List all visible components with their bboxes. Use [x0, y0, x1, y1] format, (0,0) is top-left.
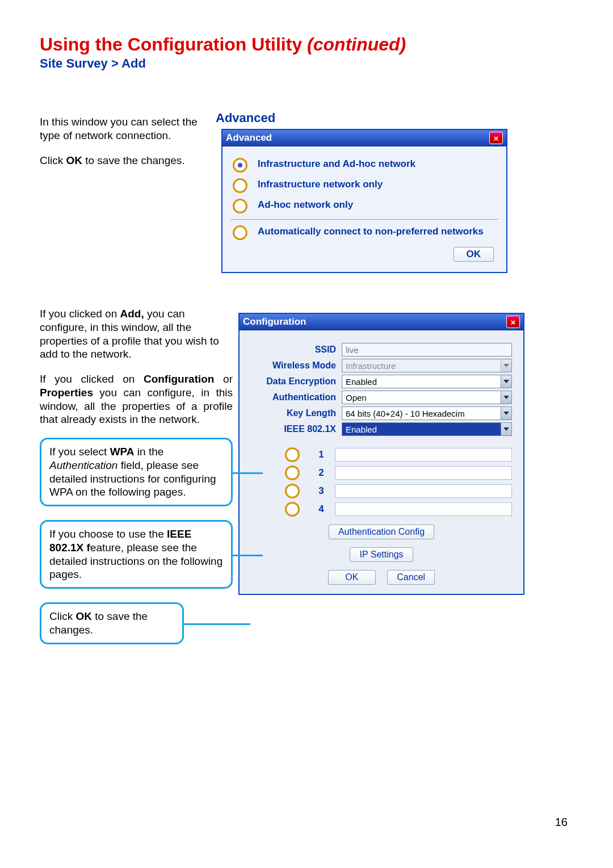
- key-row-3[interactable]: 3: [251, 484, 512, 498]
- auth-config-button[interactable]: Authentication Config: [329, 525, 434, 539]
- close-icon[interactable]: ×: [506, 316, 520, 328]
- option-infra-adhoc[interactable]: Infrastructure and Ad-hoc network: [233, 158, 498, 173]
- option-auto-connect[interactable]: Automatically connect to non-preferred n…: [233, 225, 498, 240]
- authentication-select[interactable]: Open: [342, 391, 512, 404]
- key-input-4[interactable]: [335, 502, 512, 516]
- radio-icon[interactable]: [285, 484, 300, 498]
- key-row-2[interactable]: 2: [251, 466, 512, 480]
- breadcrumb: Site Survey > Add: [40, 56, 573, 71]
- option-label: Infrastructure and Ad-hoc network: [258, 158, 415, 170]
- ok-button[interactable]: OK: [454, 247, 494, 262]
- radio-icon[interactable]: [285, 502, 300, 517]
- chevron-down-icon: [501, 391, 511, 404]
- close-icon[interactable]: ×: [489, 132, 503, 144]
- radio-icon[interactable]: [233, 199, 247, 213]
- option-label: Ad-hoc network only: [258, 199, 353, 211]
- ieee8021x-label: IEEE 802.1X: [251, 424, 342, 434]
- page-title: Using the Configuration Utility (continu…: [40, 34, 573, 55]
- ok-button[interactable]: OK: [328, 570, 376, 585]
- config-paragraph: If you clicked on Configuration or Prope…: [40, 372, 233, 426]
- ieee-callout: If you choose to use the IEEE 802.1X fea…: [40, 520, 233, 589]
- chevron-down-icon: [501, 359, 511, 372]
- key-row-1[interactable]: 1: [251, 447, 512, 462]
- key-number: 2: [316, 467, 327, 479]
- option-label: Infrastructure network only: [258, 178, 383, 191]
- authentication-label: Authentication: [251, 392, 342, 402]
- advanced-titlebar: Advanced ×: [222, 130, 506, 146]
- data-encryption-select[interactable]: Enabled: [342, 375, 512, 388]
- key-row-4[interactable]: 4: [251, 502, 512, 517]
- radio-icon[interactable]: [285, 466, 300, 480]
- callout-connector: [231, 555, 263, 556]
- intro-text-2: Click OK to save the changes.: [40, 154, 216, 167]
- chevron-down-icon: [501, 423, 511, 435]
- key-length-select[interactable]: 64 bits (40+24) - 10 Hexadecim: [342, 406, 512, 420]
- title-main: Using the Configuration Utility: [40, 34, 307, 54]
- configuration-dialog: Configuration × SSID Wireless Mode Infra…: [238, 313, 524, 595]
- option-label: Automatically connect to non-preferred n…: [258, 225, 484, 238]
- callout-connector: [231, 472, 263, 474]
- data-encryption-label: Data Encryption: [251, 376, 342, 387]
- key-number: 1: [316, 449, 327, 460]
- ip-settings-button[interactable]: IP Settings: [350, 547, 413, 562]
- callout-connector: [182, 623, 250, 625]
- key-length-label: Key Length: [251, 408, 342, 418]
- configuration-titlebar: Configuration ×: [240, 314, 523, 330]
- key-input-1[interactable]: [335, 448, 512, 462]
- wireless-mode-label: Wireless Mode: [251, 360, 342, 371]
- chevron-down-icon: [501, 407, 511, 420]
- chevron-down-icon: [501, 375, 511, 388]
- radio-icon[interactable]: [233, 225, 247, 240]
- ssid-input[interactable]: [342, 343, 512, 357]
- option-infra-only[interactable]: Infrastructure network only: [233, 178, 498, 193]
- ok-callout: Click OK to save the changes.: [40, 602, 184, 644]
- radio-icon[interactable]: [233, 178, 247, 193]
- key-input-2[interactable]: [335, 466, 512, 480]
- advanced-heading: Advanced: [216, 111, 573, 125]
- radio-icon[interactable]: [233, 158, 247, 173]
- wireless-mode-select[interactable]: Infrastructure: [342, 359, 512, 372]
- page-number: 16: [555, 816, 568, 829]
- wpa-callout: If you select WPA in the Authentication …: [40, 438, 233, 506]
- key-number: 3: [316, 485, 327, 497]
- configuration-title: Configuration: [243, 316, 306, 328]
- title-continued: (continued): [307, 34, 406, 54]
- option-adhoc-only[interactable]: Ad-hoc network only: [233, 199, 498, 213]
- intro-text-1: In this window you can select the type o…: [40, 115, 216, 142]
- ieee8021x-select[interactable]: Enabled: [342, 422, 512, 436]
- add-paragraph: If you clicked on Add, you can configure…: [40, 307, 233, 361]
- cancel-button[interactable]: Cancel: [387, 570, 435, 585]
- radio-icon[interactable]: [285, 447, 300, 462]
- key-input-3[interactable]: [335, 484, 512, 498]
- ssid-label: SSID: [251, 345, 342, 355]
- advanced-dialog: Advanced × Infrastructure and Ad-hoc net…: [221, 129, 507, 273]
- key-number: 4: [316, 504, 327, 515]
- advanced-title: Advanced: [226, 132, 272, 144]
